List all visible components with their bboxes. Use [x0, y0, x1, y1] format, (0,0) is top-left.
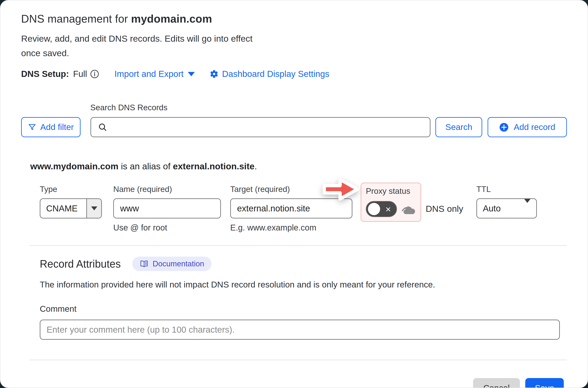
chevron-down-icon — [524, 199, 530, 203]
comment-field[interactable] — [40, 320, 560, 340]
alias-statement: www.mydomain.com is an alias of external… — [30, 161, 567, 171]
ttl-label: TTL — [476, 185, 537, 194]
page-title: DNS management for mydomain.com — [21, 12, 567, 25]
record-form-row: Type CNAME Name (required) Use @ for roo… — [40, 185, 567, 232]
add-filter-button[interactable]: Add filter — [21, 117, 81, 137]
search-button[interactable]: Search — [436, 117, 482, 137]
proxy-toggle[interactable] — [366, 201, 397, 217]
chevron-down-icon — [91, 206, 97, 210]
save-button[interactable]: Save — [525, 378, 564, 388]
cancel-button[interactable]: Cancel — [473, 378, 520, 388]
name-hint: Use @ for root — [113, 223, 221, 232]
chevron-down-icon — [188, 72, 195, 76]
info-icon[interactable] — [90, 70, 99, 78]
page-title-domain: mydomain.com — [131, 13, 212, 25]
cloud-dns-only-icon — [401, 202, 416, 217]
type-select-arrow[interactable] — [86, 199, 101, 218]
import-export-link[interactable]: Import and Export — [114, 69, 195, 79]
documentation-badge[interactable]: Documentation — [132, 257, 212, 271]
toggle-off-x-icon — [385, 206, 391, 213]
comment-label: Comment — [40, 304, 567, 314]
dns-setup-value: Full — [73, 69, 87, 79]
type-label: Type — [40, 185, 102, 194]
record-attributes-heading: Record Attributes — [40, 258, 121, 270]
dns-setup-row: DNS Setup: Full Import and Export Dashbo… — [21, 69, 567, 79]
filter-funnel-icon — [28, 123, 36, 131]
add-record-button[interactable]: Add record — [488, 117, 567, 137]
page-subtitle: Review, add, and edit DNS records. Edits… — [21, 31, 261, 60]
dns-setup-label: DNS Setup: — [21, 69, 69, 79]
target-hint: E.g. www.example.com — [230, 223, 352, 232]
ttl-select[interactable]: Auto — [476, 198, 537, 218]
search-row: Add filter Search Add record — [21, 117, 567, 137]
proxy-status-label: Proxy status — [366, 187, 416, 196]
search-dns-records-label: Search DNS Records — [90, 103, 567, 112]
book-icon — [140, 260, 149, 268]
proxy-status-box: Proxy status — [361, 183, 421, 222]
divider — [29, 360, 567, 360]
divider — [29, 245, 567, 246]
dashboard-display-settings-link[interactable]: Dashboard Display Settings — [222, 69, 329, 79]
footer-actions: Cancel Save — [21, 378, 567, 388]
dns-search-input[interactable] — [90, 117, 431, 137]
gear-icon — [209, 69, 219, 79]
toggle-knob — [368, 203, 380, 215]
name-label: Name (required) — [113, 185, 221, 194]
name-field[interactable] — [113, 198, 221, 218]
annotation-arrow-icon — [321, 174, 361, 205]
dns-management-panel: DNS management for mydomain.com Review, … — [0, 0, 588, 388]
proxy-status-value: DNS only — [426, 204, 467, 214]
search-icon — [98, 122, 107, 132]
plus-circle-icon — [499, 122, 509, 132]
record-attributes-description: The information provided here will not i… — [40, 280, 567, 290]
type-select[interactable]: CNAME — [40, 198, 102, 218]
